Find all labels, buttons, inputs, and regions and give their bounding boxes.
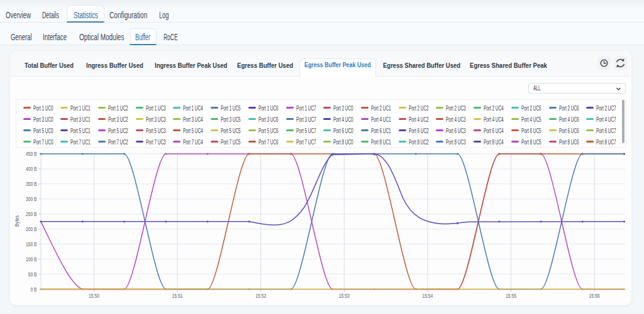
- svg-text:15:50: 15:50: [89, 293, 99, 299]
- svg-text:15:56: 15:56: [589, 293, 600, 299]
- svg-text:450 B: 450 B: [26, 151, 37, 157]
- svg-text:100 B: 100 B: [26, 256, 37, 263]
- svg-text:350 B: 350 B: [26, 181, 37, 187]
- svg-text:15:55: 15:55: [506, 293, 516, 299]
- svg-text:300 B: 300 B: [26, 196, 37, 202]
- svg-text:0 B: 0 B: [30, 286, 36, 293]
- svg-text:15:52: 15:52: [255, 293, 266, 299]
- svg-text:Bytes: Bytes: [14, 215, 20, 227]
- svg-text:50 B: 50 B: [28, 271, 37, 278]
- svg-text:15:54: 15:54: [422, 293, 433, 299]
- svg-text:250 B: 250 B: [26, 211, 37, 217]
- svg-text:200 B: 200 B: [26, 226, 37, 232]
- svg-text:400 B: 400 B: [26, 166, 37, 172]
- svg-text:15:53: 15:53: [339, 293, 350, 299]
- svg-text:150 B: 150 B: [26, 241, 37, 247]
- svg-text:15:51: 15:51: [172, 293, 183, 299]
